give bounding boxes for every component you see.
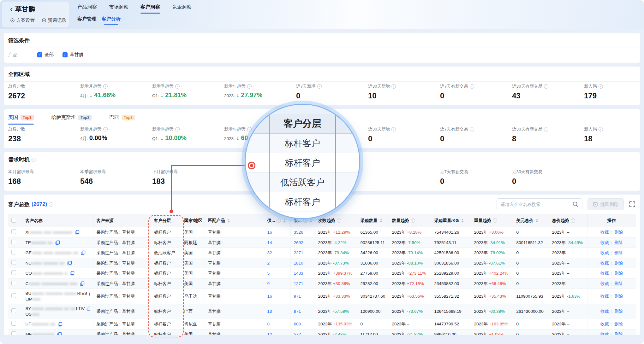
delete-link[interactable]: 删除 — [614, 230, 623, 235]
purchase-count-link[interactable]: 608 — [294, 322, 301, 326]
delete-link[interactable]: 删除 — [614, 240, 623, 245]
column-header[interactable]: 操作 — [587, 214, 636, 227]
search-input[interactable] — [497, 198, 582, 210]
row-checkbox[interactable] — [11, 308, 16, 313]
batch-delete-button[interactable]: 批量删除 — [587, 198, 624, 210]
column-header[interactable]: 客户名称 — [22, 214, 93, 227]
copy-icon[interactable] — [67, 261, 72, 265]
copy-icon[interactable] — [81, 250, 86, 255]
copy-icon[interactable] — [75, 230, 80, 235]
row-checkbox[interactable] — [11, 321, 16, 326]
header-action-button[interactable]: 方案设置 — [10, 17, 35, 23]
supplier-count-link[interactable]: 16 — [267, 230, 272, 235]
info-icon[interactable] — [303, 219, 307, 223]
checkbox-icon[interactable] — [63, 52, 68, 57]
info-icon[interactable] — [544, 84, 548, 89]
supplier-count-link[interactable]: 16 — [267, 294, 272, 299]
select-all-checkbox[interactable] — [11, 218, 16, 223]
info-icon[interactable] — [337, 219, 341, 223]
info-icon[interactable] — [411, 219, 415, 223]
column-header[interactable]: 采购重量/KG — [431, 214, 471, 227]
delete-link[interactable]: 删除 — [614, 309, 623, 314]
purchase-count-link[interactable]: 2692 — [294, 240, 303, 245]
row-checkbox[interactable] — [11, 250, 16, 254]
nav-tab[interactable]: 竞企洞察 — [172, 4, 192, 14]
country-tab[interactable]: 美国 Top1 — [8, 114, 34, 125]
column-header[interactable]: 客户分层 — [151, 214, 181, 227]
back-chevron-icon[interactable]: ‹ — [10, 5, 13, 13]
info-icon[interactable] — [49, 202, 53, 207]
supplier-count-link[interactable]: 2 — [267, 261, 270, 265]
purchase-count-link[interactable]: 2271 — [294, 250, 303, 255]
search-icon[interactable] — [572, 201, 579, 207]
copy-icon[interactable] — [57, 332, 62, 335]
info-icon[interactable] — [277, 219, 281, 223]
column-header[interactable]: 次数趋势 — [315, 214, 357, 227]
row-checkbox[interactable] — [11, 270, 16, 275]
column-header[interactable]: 数量趋势 — [389, 214, 431, 227]
info-icon[interactable] — [470, 84, 474, 89]
favorite-link[interactable]: 收藏 — [600, 240, 609, 245]
favorite-link[interactable]: 收藏 — [600, 322, 609, 326]
favorite-link[interactable]: 收藏 — [600, 332, 609, 335]
sort-icon[interactable] — [283, 219, 286, 223]
info-icon[interactable] — [247, 127, 252, 131]
column-header[interactable]: 匹配产品 — [205, 214, 264, 227]
copy-icon[interactable] — [55, 240, 60, 245]
purchase-count-link[interactable]: 1271 — [294, 281, 303, 286]
row-checkbox[interactable] — [11, 260, 16, 265]
column-header[interactable]: 总价趋势 — [549, 214, 587, 227]
favorite-link[interactable]: 收藏 — [600, 271, 609, 276]
product-checkbox-option[interactable]: 全部 — [37, 52, 54, 58]
fullscreen-icon[interactable] — [629, 201, 636, 208]
column-header[interactable]: 采购数量 — [357, 214, 389, 227]
delete-link[interactable]: 删除 — [614, 332, 623, 335]
supplier-count-link[interactable]: 12 — [267, 332, 272, 335]
info-icon[interactable] — [32, 158, 36, 162]
sort-icon[interactable] — [380, 219, 382, 223]
info-icon[interactable] — [317, 84, 322, 89]
info-icon[interactable] — [247, 84, 252, 89]
row-checkbox[interactable] — [11, 229, 16, 234]
copy-icon[interactable] — [89, 291, 90, 296]
favorite-link[interactable]: 收藏 — [600, 230, 609, 235]
supplier-count-link[interactable]: 32 — [267, 250, 272, 255]
info-icon[interactable] — [103, 84, 108, 89]
checkbox-icon[interactable] — [37, 52, 42, 57]
supplier-count-link[interactable]: 13 — [267, 309, 272, 314]
favorite-link[interactable]: 收藏 — [600, 309, 609, 314]
supplier-count-link[interactable]: 9 — [267, 281, 270, 286]
purchase-count-link[interactable]: 1810 — [294, 261, 303, 265]
copy-icon[interactable] — [58, 322, 63, 327]
info-icon[interactable] — [175, 84, 180, 89]
info-icon[interactable] — [391, 84, 396, 89]
favorite-link[interactable]: 收藏 — [600, 261, 609, 265]
favorite-link[interactable]: 收藏 — [600, 250, 609, 255]
sub-nav-tab[interactable]: 客户管理 — [77, 16, 96, 25]
product-checkbox-option[interactable]: 草甘膦 — [63, 52, 84, 58]
country-tab[interactable]: 哈萨克斯坦 Top2 — [51, 114, 92, 125]
column-header[interactable]: 国家/地区 — [181, 214, 205, 227]
nav-tab[interactable]: 产品洞察 — [77, 4, 97, 14]
copy-icon[interactable] — [70, 271, 75, 276]
info-icon[interactable] — [391, 127, 396, 131]
delete-link[interactable]: 删除 — [614, 261, 623, 265]
delete-link[interactable]: 删除 — [614, 294, 623, 299]
country-tab[interactable]: 巴西 Top3 — [109, 114, 135, 125]
info-icon[interactable] — [599, 127, 603, 131]
delete-link[interactable]: 删除 — [614, 271, 623, 276]
column-header[interactable]: 客户来源 — [93, 214, 151, 227]
sort-icon[interactable] — [227, 219, 230, 223]
sort-icon[interactable] — [536, 219, 538, 223]
row-checkbox[interactable] — [11, 331, 16, 335]
row-checkbox[interactable] — [11, 281, 16, 285]
row-checkbox[interactable] — [11, 293, 16, 298]
info-icon[interactable] — [175, 127, 180, 131]
purchase-count-link[interactable]: 871 — [294, 309, 301, 314]
purchase-count-link[interactable]: 3526 — [294, 230, 303, 235]
purchase-count-link[interactable]: 1433 — [294, 271, 303, 276]
delete-link[interactable]: 删除 — [614, 250, 623, 255]
supplier-count-link[interactable]: 5 — [267, 271, 270, 276]
nav-tab[interactable]: 客户洞察 — [140, 4, 160, 14]
sort-icon[interactable] — [461, 219, 464, 223]
